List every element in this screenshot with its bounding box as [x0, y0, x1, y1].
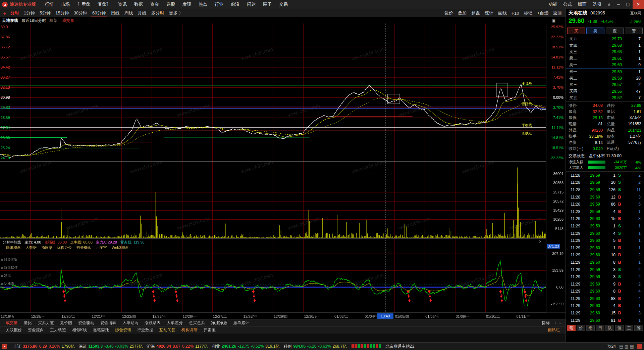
info-tab-行业数据[interactable]: 行业数据	[137, 327, 153, 333]
panel-tab-筹[interactable]: 筹	[634, 325, 643, 331]
tick-row[interactable]: 11:2829.5986B5	[566, 201, 644, 208]
panel-button-卖[interactable]: 卖	[586, 28, 604, 34]
panel-tab-细[interactable]: 细	[586, 325, 595, 331]
tick-row[interactable]: 11:2929.608B1	[566, 259, 644, 266]
period-tab-1分钟[interactable]: 1分钟	[24, 10, 35, 16]
minimize-button[interactable]: ─	[614, 0, 623, 9]
add-indicator-icon[interactable]: +	[554, 321, 556, 325]
period-tab-更多 〉[interactable]: 更多 〉	[169, 10, 183, 16]
panel-tab-笔[interactable]: 笔	[567, 325, 576, 331]
menu-item-问达[interactable]: 问达	[247, 1, 256, 7]
tool-button-超盘[interactable]: 超盘	[471, 10, 480, 16]
bid-row[interactable]: 买五29.527	[566, 95, 644, 101]
menu-item-交易[interactable]: 交易	[279, 1, 288, 7]
tick-row[interactable]: 11:2929.608B4	[566, 288, 644, 295]
index-沪深[interactable]: 沪深4026.348.870.22%1177亿	[143, 344, 208, 349]
chart-overlay-label[interactable]: 成交量	[62, 18, 74, 24]
tick-row[interactable]: 11:2929.6015B3	[566, 215, 644, 223]
tool-button-返回[interactable]: 返回	[553, 10, 562, 16]
tick-row[interactable]: 11:2829.6012B3	[566, 193, 644, 201]
menu-item-数据[interactable]: 数据	[134, 1, 143, 7]
side-panel-toggle[interactable]: 侧贴栏	[548, 327, 560, 333]
indicator-tab-大单差分[interactable]: 大单差分	[167, 320, 183, 326]
menu-item-复盘〗[interactable]: 复盘〗	[98, 1, 111, 7]
info-tab-主力轨迹[interactable]: 主力轨迹	[50, 327, 66, 333]
period-tab-30分钟[interactable]: 30分钟	[74, 10, 87, 16]
indicator-tab-大单动向[interactable]: 大单动向	[122, 320, 139, 326]
panel-tab-队[interactable]: 队	[605, 325, 614, 331]
multi-day-intraday-chart-canvas[interactable]	[0, 24, 566, 312]
menu-item-选股[interactable]: 选股	[166, 1, 175, 7]
panel-tab-日[interactable]: 日	[596, 325, 604, 331]
bid-row[interactable]: 买三29.572	[566, 82, 644, 88]
menu-item-前沿[interactable]: 前沿	[231, 1, 239, 7]
period-tab-月线[interactable]: 月线	[138, 10, 147, 16]
panel-button-买[interactable]: 买	[567, 28, 585, 34]
chart-frame-label[interactable]: 框架	[49, 18, 57, 24]
remove-indicator-icon[interactable]: −	[559, 321, 561, 325]
tick-row[interactable]: 11:2829.594B1	[566, 208, 644, 215]
tick-row[interactable]: 11:2929.605B1	[566, 237, 644, 244]
menu-item-版面[interactable]: 版面	[578, 1, 587, 7]
index-上证[interactable]: 上证3175.806.290.20%1790亿	[9, 344, 74, 349]
indicator-tab-总买总卖[interactable]: 总买总卖	[189, 320, 205, 326]
menu-item-功能[interactable]: 功能	[548, 1, 557, 7]
pin-icon[interactable]: ∧	[604, 0, 614, 9]
menu-item-行业[interactable]: 行业	[215, 1, 223, 7]
tool-button-叠加[interactable]: 叠加	[458, 10, 467, 16]
status-icons[interactable]: ▤ ▥ ▦	[619, 344, 634, 349]
index-深证[interactable]: 深证11503.3-3.46-0.03%2577亿	[74, 344, 143, 349]
tick-row[interactable]: 11:2829.591S2	[566, 172, 644, 179]
info-tab-互动问答[interactable]: 互动问答	[159, 327, 175, 333]
indicator-tab-撤单累计[interactable]: 撤单累计	[233, 320, 249, 326]
panel-tab-主[interactable]: 主	[625, 325, 634, 331]
info-tab-资金流向[interactable]: 资金流向	[28, 327, 44, 333]
indicator-tab-量比[interactable]: 量比	[24, 320, 32, 326]
info-tab-关联报价[interactable]: 关联报价	[6, 327, 22, 333]
tick-row[interactable]: 11:2929.591S1	[566, 222, 644, 230]
period-tab-分时[interactable]: 分时	[10, 10, 19, 16]
indicator-tab-涨跌动因[interactable]: 涨跌动因	[145, 320, 161, 326]
indicator-tab-资金驱动[interactable]: 资金驱动	[78, 320, 94, 326]
panel-industry-link[interactable]: 互联网	[630, 11, 641, 16]
ask-row[interactable]: 卖四29.681	[566, 42, 644, 48]
tool-button-F10[interactable]: F10	[512, 11, 519, 16]
menu-item-市场[interactable]: 市场	[61, 1, 70, 7]
menu-item-行情[interactable]: 行情	[45, 1, 54, 7]
period-tab-周线[interactable]: 周线	[124, 10, 133, 16]
panel-tab-值[interactable]: 值	[615, 325, 624, 331]
tick-row[interactable]: 11:2829.5920S2	[566, 179, 644, 186]
panel-button-警[interactable]: 警	[625, 28, 643, 34]
indicator-tab-成交量[interactable]: 成交量	[6, 320, 18, 326]
tick-row[interactable]: 11:2929.609B2	[566, 280, 644, 288]
menu-item-选项[interactable]: 选项	[593, 1, 601, 7]
ask-row[interactable]: 卖三29.631	[566, 49, 644, 55]
tick-row[interactable]: 11:2929.6081B1	[566, 317, 644, 324]
menu-item-资讯[interactable]: 资讯	[118, 1, 127, 7]
info-tab-扫雷宝[interactable]: 扫雷宝	[204, 327, 216, 333]
panel-button-查[interactable]: 查	[606, 28, 624, 34]
expand-chart-icon[interactable]: ▣	[552, 18, 555, 23]
info-tab-综合资讯[interactable]: 综合资讯	[115, 327, 131, 333]
panel-tab-价[interactable]: 价	[577, 325, 585, 331]
tick-row[interactable]: 11:2929.6015B3	[566, 309, 644, 317]
tick-row[interactable]: 11:2929.604B1	[566, 302, 644, 310]
bid-row[interactable]: 买四29.5647	[566, 88, 644, 94]
bid-row[interactable]: 买二29.5828	[566, 75, 644, 81]
ask-row[interactable]: 卖五29.707	[566, 36, 644, 42]
tick-row[interactable]: 11:2929.6010B2	[566, 252, 644, 259]
indicator-tab-买卖力道[interactable]: 买卖力道	[38, 320, 54, 326]
tick-row[interactable]: 11:2929.593S2	[566, 273, 644, 280]
bid-row[interactable]: 买一29.591	[566, 69, 644, 75]
tool-button-竞价[interactable]: 竞价	[444, 10, 453, 16]
tool-button-统计[interactable]: 统计	[485, 10, 493, 16]
maximize-button[interactable]: ▢	[623, 0, 633, 9]
indicator-panel-label[interactable]: 指标	[542, 320, 550, 326]
index-科创[interactable]: 科创984.06-6.26-0.63%268.7亿	[279, 344, 346, 349]
alert-block-icon[interactable]	[637, 344, 642, 349]
menu-item-圈子[interactable]: 圈子	[263, 1, 272, 7]
info-tab-相似K线[interactable]: 相似K线	[72, 327, 87, 333]
menu-item-发现[interactable]: 发现	[182, 1, 191, 7]
tick-row[interactable]: 11:2929.6088B4	[566, 295, 644, 302]
indicator-tab-净挂净撤[interactable]: 净挂净撤	[211, 320, 227, 326]
